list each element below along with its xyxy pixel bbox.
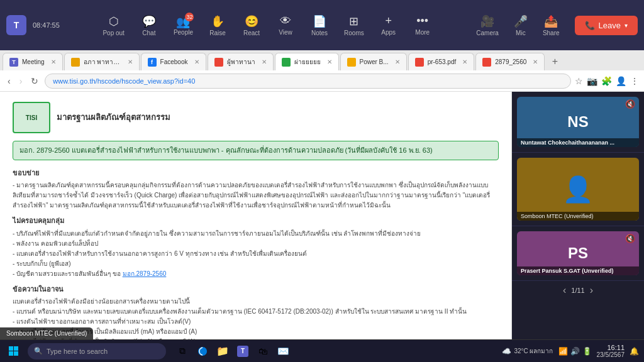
search-placeholder: Type here to search	[47, 348, 108, 355]
teams-taskbar-icon: T	[237, 346, 248, 357]
participants-pagination: ‹ 1/11 ›	[512, 281, 644, 300]
popout-icon: ⬡	[109, 14, 119, 28]
taskbar-right: ☁️ 32°C ผลกมาก 📶 🔊 🔋 16:11 23/5/2567 🔔	[502, 344, 639, 358]
participant-card-somboon: 👤 Somboon MTEC (Unverified)	[512, 153, 644, 226]
store-button[interactable]: 🛍	[254, 343, 272, 360]
raise-icon: ✋	[211, 14, 225, 28]
apps-icon: +	[385, 14, 392, 28]
browser-tabs: T Meeting ✕ อภา พาทานา ✕ f Facebook ✕ ผู…	[0, 50, 644, 70]
svg-rect-3	[14, 351, 18, 356]
folder-icon: 📁	[216, 345, 229, 357]
url-text: www.tisi.go.th/hscode/hscode_view.asp?id…	[53, 77, 195, 85]
avatar-initials-ps: PS	[568, 244, 588, 262]
toolbar-mic[interactable]: 🎤 Mic	[508, 12, 534, 39]
tab-apha[interactable]: อภา พาทานา ✕	[64, 53, 140, 70]
participant-name-somboon: Somboon MTEC (Unverified)	[517, 212, 639, 221]
tab-2879[interactable]: 2879_2560 ✕	[475, 53, 545, 70]
time-text: 16:11	[597, 344, 625, 351]
edge-button[interactable]	[194, 343, 211, 360]
teams-toolbar: ⬡ Pop out 💬 Chat 👥 32 People ✋ Raise 😊 R…	[96, 12, 438, 39]
view-icon: 👁	[280, 14, 291, 28]
video-frame-somboon: 👤	[517, 158, 639, 221]
react-icon: 😊	[245, 14, 258, 28]
network-icon[interactable]: 📶	[558, 347, 568, 356]
url-bar[interactable]: www.tisi.go.th/hscode/hscode_view.asp?id…	[45, 74, 571, 89]
start-button[interactable]	[5, 343, 23, 360]
tab-meeting[interactable]: T Meeting ✕	[3, 53, 63, 70]
forward-button[interactable]: ›	[17, 75, 25, 87]
teams-taskbar-button[interactable]: T	[234, 343, 252, 360]
settings-icon[interactable]: ⋮	[630, 76, 639, 86]
participant-video-somboon: 👤 Somboon MTEC (Unverified)	[517, 158, 639, 221]
tab-tisi[interactable]: ผ่ายยยยย ✕	[275, 53, 339, 70]
volume-icon[interactable]: 🔊	[570, 347, 580, 356]
leave-icon: 📞	[585, 21, 595, 30]
tab-pr653[interactable]: pr-653.pdf ✕	[408, 53, 475, 70]
svg-rect-0	[9, 346, 13, 351]
mail-icon: ✉️	[277, 346, 289, 357]
doc-link[interactable]: มอก.2879-2560	[123, 270, 167, 277]
explorer-button[interactable]: 📁	[214, 343, 231, 360]
leave-button[interactable]: 📞 Leave ▾	[575, 16, 638, 35]
toolbar-chat[interactable]: 💬 Chat	[133, 12, 165, 39]
back-button[interactable]: ‹	[5, 75, 13, 87]
tab-powerbi[interactable]: Power B... ✕	[340, 53, 407, 70]
bookmark-icon[interactable]: ☆	[575, 76, 583, 86]
weather-text: 32°C ผลกมาก	[514, 346, 553, 356]
components-section: ไม่ครอบคลุมกลุ่ม - บริภัณฑ์ไฟฟ้าที่มีแบต…	[13, 216, 499, 279]
battery-icon[interactable]: 🔋	[582, 347, 592, 356]
tab-close-powerbi[interactable]: ✕	[395, 58, 400, 65]
toolbar-people[interactable]: 👥 32 People	[167, 13, 199, 38]
tab-close-meeting[interactable]: ✕	[51, 58, 56, 65]
svg-rect-2	[9, 351, 13, 356]
participant-name-ns: Nuntawat Chokechaithanananan ...	[517, 138, 639, 147]
participant-card-ns: NS Nuntawat Chokechaithanananan ... 🔇	[512, 92, 644, 153]
profile-icon[interactable]: 👤	[616, 76, 626, 86]
leave-chevron: ▾	[625, 22, 628, 29]
mail-button[interactable]: ✉️	[274, 343, 292, 360]
toolbar-notes[interactable]: 📄 Notes	[304, 12, 335, 39]
participant-name-ps: Prasert Pansuk S.GAT (Unverified)	[517, 266, 639, 275]
toolbar-react[interactable]: 😊 React	[236, 12, 267, 39]
tab-close-tisi[interactable]: ✕	[327, 58, 332, 65]
taskbar-search-bar[interactable]: 🔍 Type here to search	[28, 343, 166, 359]
tab-close-apha[interactable]: ✕	[128, 58, 133, 65]
toolbar-view[interactable]: 👁 View	[270, 12, 301, 38]
camera-icon: 🎥	[480, 14, 494, 28]
tab-close-mail[interactable]: ✕	[262, 58, 267, 65]
browser-address-bar: ‹ › ↻ www.tisi.go.th/hscode/hscode_view.…	[0, 70, 644, 92]
teams-logo: T	[6, 15, 26, 35]
new-tab-button[interactable]: +	[546, 53, 564, 70]
edge-icon	[197, 346, 208, 357]
toolbar-rooms[interactable]: ⊞ Rooms	[338, 12, 370, 39]
tab-facebook[interactable]: f Facebook ✕	[141, 53, 206, 70]
toolbar-camera[interactable]: 🎥 Camera	[470, 12, 505, 39]
chat-icon: 💬	[142, 14, 156, 28]
prev-page-button[interactable]: ‹	[563, 285, 566, 296]
extension-icon[interactable]: 🧩	[601, 76, 612, 86]
toolbar-raise[interactable]: ✋ Raise	[202, 12, 233, 39]
document-title: มอก. 2879-2560 แบตเตอรี่สำรองไฟฟ้าสำหรับ…	[19, 146, 433, 154]
tab-close-pr653[interactable]: ✕	[462, 58, 467, 65]
notification-icon[interactable]: 🔔	[630, 347, 639, 356]
task-view-button[interactable]: ⧉	[174, 343, 191, 360]
mic-icon: 🎤	[514, 14, 528, 28]
weather-icon: ☁️	[502, 347, 511, 356]
toolbar-more[interactable]: ••• More	[407, 12, 438, 38]
tab-mail[interactable]: ผู้พาทานา ✕	[208, 53, 274, 70]
tab-close-2879[interactable]: ✕	[533, 58, 538, 65]
tab-close-facebook[interactable]: ✕	[194, 58, 199, 65]
teams-top-bar: T 08:47:55 ⬡ Pop out 💬 Chat 👥 32 People …	[0, 0, 644, 50]
clock-display[interactable]: 16:11 23/5/2567	[597, 344, 625, 358]
next-page-button[interactable]: ›	[590, 285, 593, 296]
toolbar-popout[interactable]: ⬡ Pop out	[96, 12, 130, 39]
participant-card-ps: PS Prasert Pansuk S.GAT (Unverified) 🔇	[512, 226, 644, 281]
search-icon: 🔍	[34, 347, 43, 355]
refresh-button[interactable]: ↻	[28, 75, 41, 87]
toolbar-share[interactable]: 📤 Share	[536, 12, 566, 39]
screenshare-icon[interactable]: 📷	[587, 76, 597, 86]
participant-avatar-ns: NS Nuntawat Chokechaithanananan ... 🔇	[517, 97, 639, 147]
spec-title: ข้อความในอาจน	[13, 284, 499, 295]
toolbar-apps[interactable]: + Apps	[373, 12, 404, 38]
document-viewer[interactable]: TISI มาตรฐานผลิตภัณฑ์อุตสาหกรรม มอก. 287…	[0, 92, 512, 339]
